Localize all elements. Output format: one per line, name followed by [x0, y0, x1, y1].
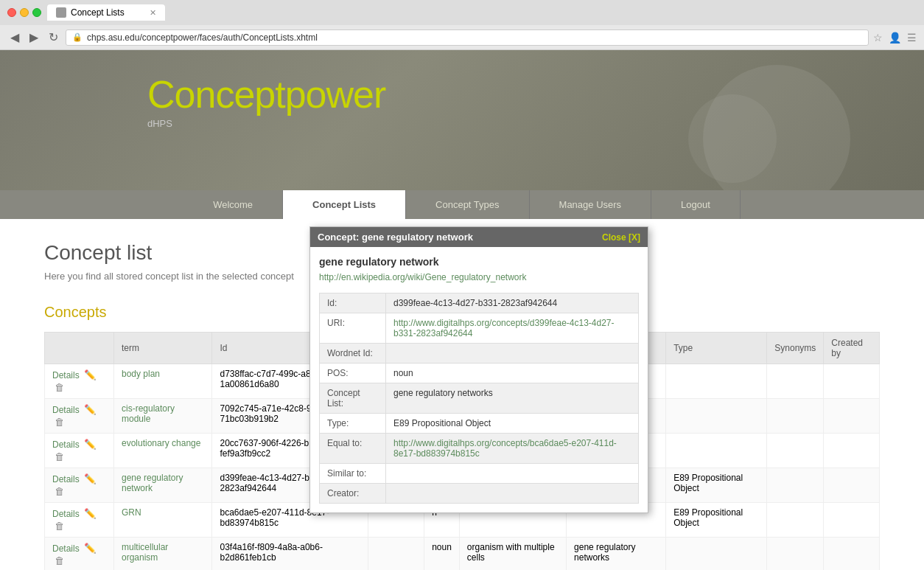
modal-field-value [386, 464, 639, 484]
nav-manage-users[interactable]: Manage Users [530, 190, 652, 219]
modal-field-value [386, 344, 639, 364]
logo-area: Conceptpower dHPS [147, 72, 385, 129]
modal-field-row: Concept List: gene regulatory networks [320, 383, 639, 414]
minimize-window-button[interactable] [20, 8, 29, 17]
modal-field-label: Equal to: [320, 434, 386, 464]
logo-concept: Concept [147, 73, 285, 116]
concept-detail-modal: Concept: gene regulatory network Close [… [309, 226, 648, 513]
browser-chrome: Concept Lists ✕ ◀ ▶ ↻ 🔒 chps.asu.edu/con… [0, 0, 924, 50]
modal-field-row: Similar to: [320, 464, 639, 484]
modal-overlay: Concept: gene regulatory network Close [… [0, 219, 924, 570]
modal-field-value: d399feae-4c13-4d27-b331-2823af942644 [386, 293, 639, 313]
browser-toolbar: ◀ ▶ ↻ 🔒 chps.asu.edu/conceptpower/faces/… [0, 25, 924, 49]
tab-close-button[interactable]: ✕ [150, 8, 156, 18]
modal-body: gene regulatory network http://en.wikipe… [310, 247, 648, 512]
forward-button[interactable]: ▶ [27, 29, 41, 46]
nav-logout[interactable]: Logout [651, 190, 741, 219]
address-bar-icon: 🔒 [72, 32, 83, 42]
modal-field-label: Type: [320, 414, 386, 434]
modal-field-value: E89 Propositional Object [386, 414, 639, 434]
toolbar-icons: ☆ 👤 ☰ [873, 32, 917, 44]
main-nav: Welcome Concept Lists Concept Types Mana… [0, 190, 924, 219]
site-header: Conceptpower dHPS [0, 50, 924, 190]
modal-field-row: Id: d399feae-4c13-4d27-b331-2823af942644 [320, 293, 639, 313]
logo-subtitle: dHPS [147, 118, 385, 129]
maximize-window-button[interactable] [32, 8, 41, 17]
modal-field-label: Creator: [320, 484, 386, 504]
modal-field-label: Concept List: [320, 383, 386, 414]
modal-field-label: Id: [320, 293, 386, 313]
modal-fields-table: Id: d399feae-4c13-4d27-b331-2823af942644… [319, 293, 639, 504]
close-window-button[interactable] [7, 8, 16, 17]
menu-icon[interactable]: ☰ [907, 32, 917, 44]
modal-field-row: Wordnet Id: [320, 344, 639, 364]
url-text: chps.asu.edu/conceptpower/faces/auth/Con… [87, 32, 318, 43]
modal-header: Concept: gene regulatory network Close [… [310, 227, 648, 247]
modal-field-value: gene regulatory networks [386, 383, 639, 414]
modal-field-value: noun [386, 364, 639, 383]
modal-field-value [386, 484, 639, 504]
modal-field-value: http://www.digitalhps.org/concepts/bca6d… [386, 434, 639, 464]
logo-power: power [285, 73, 386, 116]
browser-titlebar: Concept Lists ✕ [0, 0, 924, 25]
tab-title: Concept Lists [71, 7, 125, 18]
modal-field-row: URI: http://www.digitalhps.org/concepts/… [320, 313, 639, 344]
modal-field-row: Type: E89 Propositional Object [320, 414, 639, 434]
nav-concept-lists[interactable]: Concept Lists [283, 190, 406, 219]
reload-button[interactable]: ↻ [46, 29, 61, 46]
modal-field-row: Equal to: http://www.digitalhps.org/conc… [320, 434, 639, 464]
browser-tab[interactable]: Concept Lists ✕ [47, 4, 165, 21]
modal-equal-to-link[interactable]: http://www.digitalhps.org/concepts/bca6d… [393, 438, 617, 459]
modal-uri-link[interactable]: http://www.digitalhps.org/concepts/d399f… [393, 318, 615, 338]
modal-close-button[interactable]: Close [X] [602, 232, 640, 243]
modal-field-row: Creator: [320, 484, 639, 504]
modal-field-label: URI: [320, 313, 386, 344]
tab-favicon [56, 7, 66, 18]
modal-field-label: Wordnet Id: [320, 344, 386, 364]
modal-field-row: POS: noun [320, 364, 639, 383]
modal-concept-name: gene regulatory network [319, 256, 639, 268]
profile-icon[interactable]: 👤 [889, 32, 901, 44]
nav-welcome[interactable]: Welcome [183, 190, 283, 219]
window-controls [7, 8, 41, 17]
address-bar[interactable]: 🔒 chps.asu.edu/conceptpower/faces/auth/C… [66, 29, 869, 46]
modal-field-value: http://www.digitalhps.org/concepts/d399f… [386, 313, 639, 344]
bookmark-icon[interactable]: ☆ [873, 32, 883, 44]
modal-field-label: POS: [320, 364, 386, 383]
modal-field-label: Similar to: [320, 464, 386, 484]
back-button[interactable]: ◀ [7, 29, 22, 46]
modal-concept-url[interactable]: http://en.wikipedia.org/wiki/Gene_regula… [319, 272, 639, 282]
modal-title: Concept: gene regulatory network [318, 232, 473, 243]
logo-text: Conceptpower [147, 72, 385, 117]
nav-concept-types[interactable]: Concept Types [406, 190, 529, 219]
main-content: Concept list Here you find all stored co… [0, 219, 924, 570]
